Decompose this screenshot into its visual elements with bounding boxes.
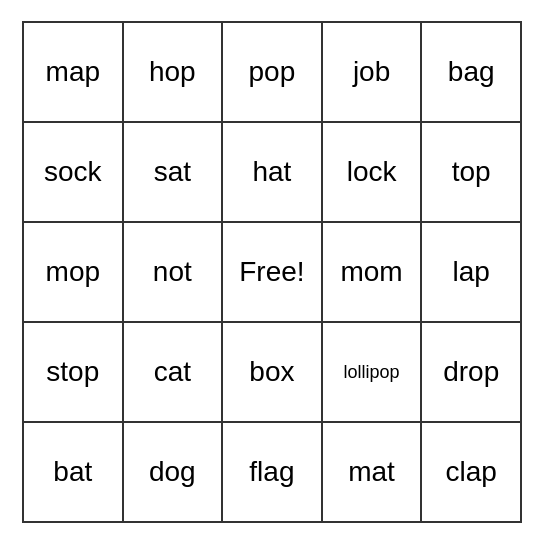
bingo-cell: cat (123, 322, 222, 422)
bingo-cell: drop (421, 322, 521, 422)
bingo-cell: bag (421, 22, 521, 122)
bingo-cell: stop (23, 322, 123, 422)
bingo-cell: Free! (222, 222, 322, 322)
bingo-cell: lap (421, 222, 521, 322)
bingo-cell: flag (222, 422, 322, 522)
bingo-cell: not (123, 222, 222, 322)
bingo-cell: lock (322, 122, 422, 222)
bingo-cell: mom (322, 222, 422, 322)
bingo-cell: bat (23, 422, 123, 522)
bingo-cell: pop (222, 22, 322, 122)
bingo-cell: top (421, 122, 521, 222)
bingo-cell: sock (23, 122, 123, 222)
bingo-cell: hat (222, 122, 322, 222)
bingo-cell: lollipop (322, 322, 422, 422)
bingo-board: maphoppopjobbagsocksathatlocktopmopnotFr… (22, 21, 522, 523)
bingo-cell: dog (123, 422, 222, 522)
bingo-cell: clap (421, 422, 521, 522)
bingo-cell: box (222, 322, 322, 422)
bingo-cell: job (322, 22, 422, 122)
bingo-cell: sat (123, 122, 222, 222)
bingo-cell: mop (23, 222, 123, 322)
bingo-cell: map (23, 22, 123, 122)
bingo-cell: hop (123, 22, 222, 122)
bingo-cell: mat (322, 422, 422, 522)
